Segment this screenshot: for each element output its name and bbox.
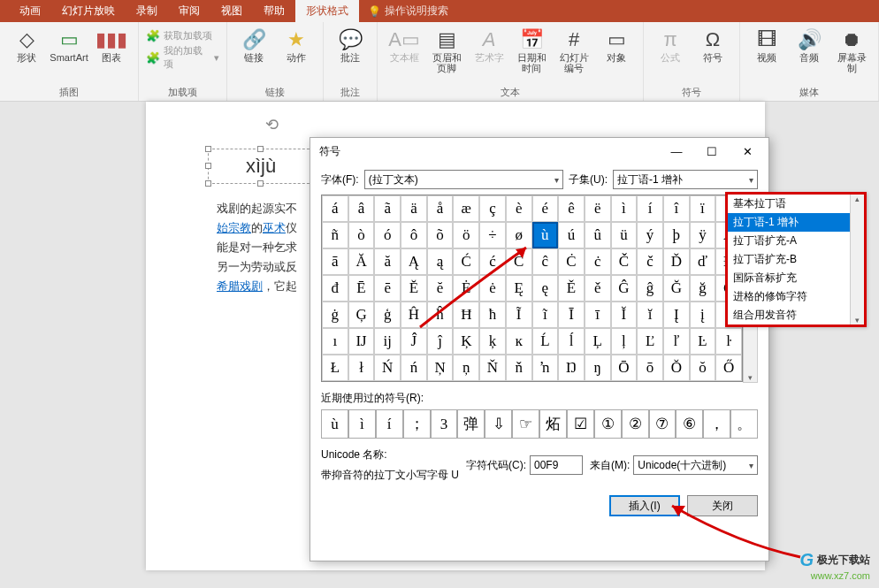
char-cell[interactable]: Ķ [453, 328, 479, 355]
resize-handle[interactable] [257, 180, 264, 187]
char-cell[interactable]: Ō [611, 355, 638, 381]
recent-char-cell[interactable]: ⑦ [649, 409, 676, 439]
char-cell[interactable]: û [585, 222, 611, 248]
char-cell[interactable]: ŏ [690, 355, 716, 381]
char-cell[interactable]: Ĉ [506, 248, 532, 275]
tab-animation[interactable]: 动画 [9, 0, 51, 22]
char-cell[interactable]: Ļ [585, 328, 611, 355]
char-cell[interactable]: ė [479, 275, 506, 302]
char-cell[interactable]: Ŀ [690, 328, 716, 355]
resize-handle[interactable] [205, 163, 211, 169]
char-cell[interactable]: Ĥ [401, 302, 427, 328]
recent-char-cell[interactable]: ⇩ [485, 409, 512, 439]
char-cell[interactable]: Ě [558, 275, 585, 302]
char-cell[interactable]: ł [348, 355, 375, 381]
recent-char-cell[interactable]: 弹 [457, 409, 485, 439]
char-cell[interactable]: ò [348, 222, 375, 248]
slidenumber-button[interactable]: #幻灯片编号 [554, 26, 593, 75]
charcode-input[interactable] [530, 455, 583, 475]
char-cell[interactable]: ê [558, 195, 585, 222]
recent-char-cell[interactable]: í [376, 409, 403, 439]
subset-option[interactable]: 组合用发音符 [728, 306, 850, 325]
char-cell[interactable]: ĳ [374, 328, 401, 355]
char-cell[interactable]: ı [322, 328, 348, 355]
link-text[interactable]: 始宗教 [217, 221, 251, 234]
audio-button[interactable]: 🔊音频 [790, 26, 829, 65]
tab-help[interactable]: 帮助 [253, 0, 295, 22]
char-cell[interactable]: ņ [453, 355, 479, 381]
chart-button[interactable]: ▮▮▮图表 [92, 26, 131, 65]
char-cell[interactable]: Ē [348, 275, 375, 302]
char-cell[interactable]: ÿ [690, 222, 716, 248]
selected-textbox[interactable]: xìjù [208, 149, 314, 184]
char-cell[interactable]: ĺ [558, 328, 585, 355]
char-cell[interactable]: ě [585, 275, 611, 302]
char-cell[interactable]: í [637, 195, 663, 222]
recent-char-cell[interactable]: ☞ [512, 409, 539, 439]
char-cell[interactable]: ë [585, 195, 611, 222]
char-cell[interactable]: ù [532, 222, 559, 248]
insert-button[interactable]: 插入(I) [609, 495, 680, 516]
tab-view[interactable]: 视图 [210, 0, 253, 22]
char-cell[interactable]: Ĭ [611, 302, 638, 328]
char-cell[interactable]: ĕ [427, 275, 454, 302]
dialog-titlebar[interactable]: 符号 — ☐ ✕ [310, 138, 768, 164]
char-cell[interactable]: ĸ [506, 328, 532, 355]
char-cell[interactable]: ľ [663, 328, 690, 355]
char-cell[interactable]: Ď [663, 248, 690, 275]
video-button[interactable]: 🎞视频 [747, 26, 786, 65]
char-cell[interactable]: ĭ [637, 302, 663, 328]
char-cell[interactable]: đ [322, 275, 348, 302]
textbox-button[interactable]: A▭文本框 [385, 26, 424, 65]
recent-char-cell[interactable]: ； [403, 409, 431, 439]
char-cell[interactable]: į [690, 302, 716, 328]
tell-me-search[interactable]: 💡 操作说明搜索 [359, 4, 457, 19]
char-cell[interactable]: ć [479, 248, 506, 275]
smartart-button[interactable]: ▭SmartArt [50, 26, 88, 65]
subset-option[interactable]: 拉丁语扩充-A [728, 232, 850, 250]
char-cell[interactable]: þ [663, 222, 690, 248]
char-cell[interactable]: ó [374, 222, 401, 248]
char-cell[interactable]: Ń [374, 355, 401, 381]
maximize-button[interactable]: ☐ [694, 139, 730, 164]
char-cell[interactable]: ï [690, 195, 716, 222]
subset-combo[interactable]: 拉丁语-1 增补 ▾ [613, 170, 758, 189]
char-cell[interactable]: č [637, 248, 663, 275]
subset-option[interactable]: 进格的修饰字符 [728, 287, 850, 306]
char-cell[interactable]: ī [585, 302, 611, 328]
char-cell[interactable]: ň [506, 355, 532, 381]
char-cell[interactable]: Ė [453, 275, 479, 302]
char-cell[interactable]: ķ [479, 328, 506, 355]
char-cell[interactable]: ń [401, 355, 427, 381]
link-button[interactable]: 🔗链接 [234, 26, 273, 65]
resize-handle[interactable] [205, 180, 211, 187]
char-cell[interactable]: ō [637, 355, 663, 381]
recent-char-cell[interactable]: ì [348, 409, 376, 439]
char-cell[interactable]: ĵ [427, 328, 454, 355]
resize-handle[interactable] [257, 146, 264, 152]
char-cell[interactable]: Ŏ [663, 355, 690, 381]
char-cell[interactable]: ĥ [427, 302, 454, 328]
char-cell[interactable]: å [427, 195, 454, 222]
char-cell[interactable]: Ģ [348, 302, 375, 328]
dropdown-scrollbar[interactable]: ▴▾ [850, 195, 864, 325]
tab-record[interactable]: 录制 [126, 0, 168, 22]
char-cell[interactable]: Į [663, 302, 690, 328]
recent-char-cell[interactable]: 。 [730, 409, 758, 439]
equation-button[interactable]: π公式 [651, 26, 690, 65]
char-cell[interactable]: ē [374, 275, 401, 302]
font-combo[interactable]: (拉丁文本) ▾ [364, 170, 563, 189]
char-cell[interactable]: ç [479, 195, 506, 222]
recent-char-cell[interactable]: 3 [431, 409, 458, 439]
char-cell[interactable]: Ą [401, 248, 427, 275]
recent-char-cell[interactable]: 炻 [539, 409, 567, 439]
char-cell[interactable]: Ħ [453, 302, 479, 328]
char-cell[interactable]: ĝ [637, 275, 663, 302]
char-cell[interactable]: ģ [374, 302, 401, 328]
from-combo[interactable]: Unicode(十六进制) ▾ [633, 455, 758, 475]
recent-char-cell[interactable]: ① [594, 409, 622, 439]
char-cell[interactable]: Ĺ [532, 328, 559, 355]
subset-option[interactable]: 拉丁语扩充-B [728, 250, 850, 269]
char-cell[interactable]: ĩ [532, 302, 559, 328]
recent-char-cell[interactable]: ☑ [567, 409, 594, 439]
